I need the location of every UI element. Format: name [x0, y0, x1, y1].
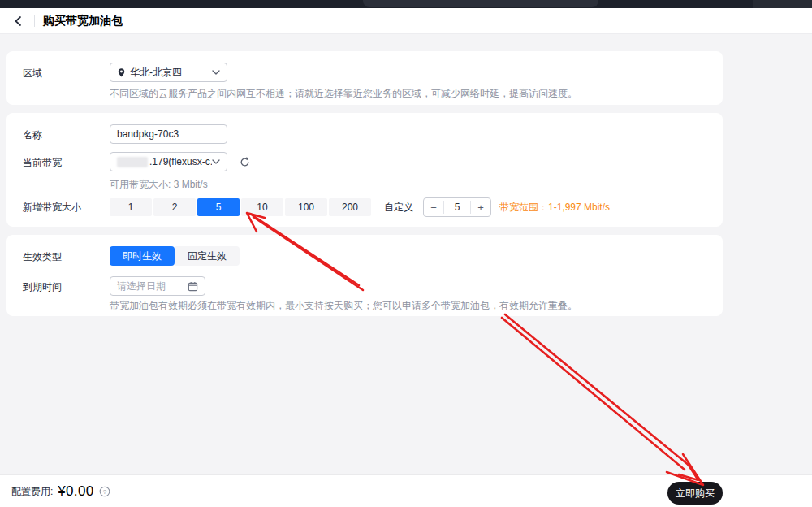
effect-type-label: 生效类型 — [23, 250, 62, 264]
current-bandwidth-label: 当前带宽 — [23, 156, 62, 170]
effect-type-immediate[interactable]: 即时生效 — [110, 246, 175, 266]
size-option-200[interactable]: 200 — [329, 198, 371, 216]
chevron-down-icon — [212, 159, 220, 164]
bandwidth-size-options: 1 2 5 10 100 200 自定义 − 5 + 带宽范围：1-1,997 … — [110, 197, 610, 217]
refresh-button[interactable] — [237, 154, 252, 169]
size-option-2[interactable]: 2 — [153, 198, 196, 216]
arrow-to-buy-button — [502, 314, 703, 485]
size-option-10[interactable]: 10 — [241, 198, 283, 216]
custom-label: 自定义 — [384, 201, 413, 214]
available-bandwidth-hint: 可用带宽大小: 3 Mbit/s — [110, 178, 208, 192]
location-pin-icon — [117, 67, 126, 78]
bandwidth-range-hint: 带宽范围：1-1,997 Mbit/s — [499, 201, 610, 214]
stepper-plus-button[interactable]: + — [471, 198, 490, 216]
name-label: 名称 — [23, 128, 42, 142]
svg-text:?: ? — [103, 488, 107, 496]
refresh-icon — [239, 156, 251, 168]
region-select-value: 华北-北京四 — [130, 66, 182, 80]
back-chevron-icon — [13, 15, 24, 27]
browser-top-right-sliver — [753, 0, 812, 8]
page-header: 购买带宽加油包 — [0, 8, 812, 34]
region-label: 区域 — [23, 67, 42, 80]
expire-time-label: 到期时间 — [23, 280, 62, 294]
stepper-value[interactable]: 5 — [443, 201, 471, 214]
current-bandwidth-value: .179(flexusx-c... — [149, 156, 212, 167]
chevron-down-icon — [212, 70, 220, 75]
region-card: 区域 华北-北京四 不同区域的云服务产品之间内网互不相通；请就近选择靠近您业务的… — [6, 51, 723, 105]
buy-now-button[interactable]: 立即购买 — [667, 482, 723, 505]
effect-card: 生效类型 即时生效 固定生效 到期时间 请选择日期 带宽加油包有效期必须在带宽有… — [6, 235, 723, 316]
footer-bar: 配置费用: ¥0.00 ? 立即购买 — [0, 474, 812, 507]
help-icon: ? — [99, 486, 110, 497]
stepper-minus-button[interactable]: − — [424, 198, 443, 216]
expire-hint: 带宽加油包有效期必须在带宽有效期内，最小支持按天购买；您可以申请多个带宽加油包，… — [110, 299, 577, 313]
config-card: 名称 bandpkg-70c3 当前带宽 .179(flexusx-c... 可… — [6, 113, 723, 227]
region-hint: 不同区域的云服务产品之间内网互不相通；请就近选择靠近您业务的区域，可减少网络时延… — [110, 87, 577, 101]
redacted-ip-text — [117, 157, 148, 167]
custom-size-stepper: − 5 + — [423, 197, 491, 217]
date-placeholder: 请选择日期 — [117, 280, 166, 293]
size-option-1[interactable]: 1 — [110, 198, 152, 216]
calendar-icon — [188, 281, 198, 292]
new-bandwidth-size-label: 新增带宽大小 — [23, 201, 81, 214]
expire-date-picker[interactable]: 请选择日期 — [110, 276, 205, 296]
cost-help-button[interactable]: ? — [99, 486, 110, 497]
current-bandwidth-select[interactable]: .179(flexusx-c... — [110, 152, 227, 171]
effect-type-toggle: 即时生效 固定生效 — [110, 246, 240, 266]
name-input-value: bandpkg-70c3 — [117, 128, 179, 140]
cost-value: ¥0.00 — [58, 483, 93, 500]
browser-addressbar-sliver — [363, 0, 598, 7]
region-select[interactable]: 华北-北京四 — [110, 63, 227, 82]
cost-label: 配置费用: — [11, 485, 53, 499]
browser-top-bar — [0, 0, 812, 8]
back-button[interactable] — [11, 14, 26, 28]
cost-summary: 配置费用: ¥0.00 ? — [11, 475, 110, 507]
header-divider — [34, 15, 35, 27]
name-input[interactable]: bandpkg-70c3 — [110, 124, 227, 144]
page-title: 购买带宽加油包 — [43, 14, 123, 28]
effect-type-fixed[interactable]: 固定生效 — [175, 246, 240, 266]
size-option-5-selected[interactable]: 5 — [197, 198, 240, 216]
size-option-100[interactable]: 100 — [285, 198, 327, 216]
